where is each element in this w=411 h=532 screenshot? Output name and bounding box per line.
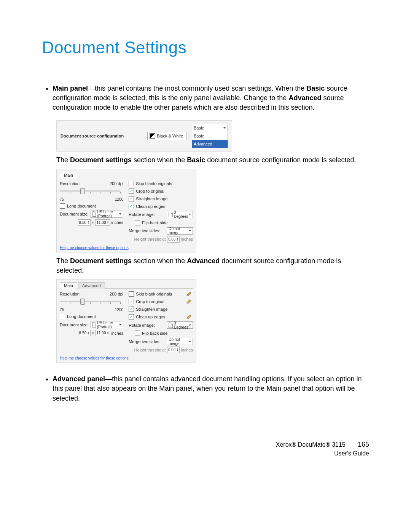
straighten-label: Straighten image — [136, 307, 167, 312]
straighten-label: Straighten image — [136, 197, 167, 201]
resolution-label: Resolution: — [60, 181, 81, 186]
figure-settings-advanced: Main Advanced Resolution: 200 dpi 75 120… — [56, 279, 196, 363]
slider-max: 1200 — [115, 308, 123, 312]
resolution-label: Resolution: — [60, 292, 81, 296]
slider-max: 1200 — [115, 197, 123, 201]
figure-settings-basic: Main Resolution: 200 dpi 75 1200 — [56, 169, 196, 252]
rotate-dropdown[interactable]: 0 Degrees — [167, 211, 193, 218]
rotate-dropdown[interactable]: 0 Degrees — [167, 321, 193, 329]
rotate-label: Rotate image: — [129, 212, 165, 217]
width-spinner[interactable]: 8.50▲▼ — [78, 219, 91, 226]
page-icon — [169, 212, 173, 217]
chevron-down-icon — [189, 214, 191, 215]
units-label: inches — [111, 220, 123, 225]
chevron-down-icon — [189, 341, 191, 342]
flip-checkbox[interactable] — [135, 331, 140, 336]
chevron-down-icon — [189, 230, 191, 232]
chevron-down-icon — [119, 324, 121, 326]
merge-dropdown[interactable]: Do not merge — [167, 227, 193, 235]
mode-option-advanced[interactable]: Advanced — [192, 140, 228, 148]
bullet-lead: Main panel — [53, 85, 88, 92]
height-spinner[interactable]: 11.00▲▼ — [95, 219, 110, 226]
units-label: inches — [111, 331, 123, 335]
document-size-label: Document size: — [60, 323, 89, 327]
page-icon — [92, 322, 96, 328]
bw-text: Black & White — [157, 134, 183, 138]
skip-blank-checkbox[interactable] — [129, 291, 134, 297]
slider-min: 75 — [60, 308, 64, 312]
width-spinner[interactable]: 8.50▲▼ — [78, 330, 91, 336]
document-size-label: Document size: — [60, 212, 89, 216]
footer-page-number: 165 — [354, 440, 369, 449]
long-document-checkbox[interactable] — [60, 203, 65, 209]
page-icon — [169, 323, 173, 328]
caption-basic: The Document settings section when the B… — [56, 155, 369, 165]
chevron-down-icon — [189, 324, 191, 326]
height-threshold-label: Height threshold: — [134, 348, 166, 352]
footer-product: Xerox® DocuMate® 3115 — [276, 441, 346, 448]
crop-checkbox[interactable] — [129, 189, 134, 194]
resolution-value: 200 dpi — [110, 181, 123, 186]
source-config-label: Document source configuration — [61, 134, 142, 138]
skip-blank-checkbox[interactable] — [129, 181, 134, 186]
bw-icon — [150, 133, 155, 139]
long-document-label: Long document — [67, 204, 96, 208]
page-title: Document Settings — [42, 38, 369, 57]
crop-label: Crop to original — [136, 299, 164, 304]
pencil-icon[interactable] — [188, 314, 193, 320]
clean-label: Clean up edges — [136, 315, 165, 319]
mode-option-basic[interactable]: Basic — [192, 132, 228, 140]
height-threshold-spinner: 0.00▲▼ — [167, 347, 180, 353]
straighten-checkbox[interactable] — [129, 196, 134, 201]
mode-dropdown-selected[interactable]: Basic — [192, 124, 228, 132]
resolution-slider[interactable] — [60, 299, 121, 307]
clean-checkbox[interactable] — [129, 314, 134, 320]
help-link[interactable]: Help me choose values for these options — [60, 246, 193, 250]
height-threshold-spinner: 0.00▲▼ — [167, 236, 180, 243]
skip-blank-label: Skip blank originals — [136, 181, 172, 186]
chevron-down-icon — [223, 127, 226, 129]
footer-guide: User's Guide — [276, 449, 369, 458]
tab-main[interactable]: Main — [60, 172, 77, 178]
bullet-advanced-panel: Advanced panel—this panel contains advan… — [53, 374, 369, 403]
bullet-bold3: Advanced — [288, 94, 321, 102]
resolution-slider[interactable] — [60, 188, 121, 197]
document-size-dropdown[interactable]: US Letter (Portrait) — [91, 321, 123, 328]
tab-advanced[interactable]: Advanced — [78, 282, 105, 289]
rotate-label: Rotate image: — [129, 323, 165, 328]
height-threshold-units: inches — [181, 237, 193, 241]
mode-dropdown-value: Basic — [194, 126, 204, 130]
caption-advanced: The Document settings section when the A… — [56, 256, 369, 275]
height-threshold-units: inches — [181, 348, 193, 352]
page-icon — [92, 211, 96, 217]
chevron-down-icon — [119, 213, 121, 215]
resolution-value: 200 dpi — [110, 292, 123, 296]
clean-checkbox[interactable] — [129, 204, 134, 209]
bullet-main-panel: Main panel—this panel contains the most … — [53, 84, 369, 113]
clean-label: Clean up edges — [136, 204, 165, 209]
document-size-dropdown[interactable]: US Letter (Portrait) — [91, 211, 123, 218]
flip-label: Flip back side — [142, 331, 167, 335]
long-document-checkbox[interactable] — [60, 314, 65, 319]
merge-dropdown[interactable]: Do not merge — [167, 338, 193, 345]
merge-label: Merge two sides: — [129, 339, 165, 344]
bullet2-lead: Advanced panel — [53, 375, 105, 383]
mode-dropdown-open[interactable]: Basic Basic Advanced — [192, 124, 228, 148]
skip-blank-label: Skip blank originals — [136, 292, 172, 296]
flip-checkbox[interactable] — [135, 220, 140, 225]
flip-label: Flip back side — [142, 220, 167, 225]
long-document-label: Long document — [67, 314, 96, 319]
straighten-checkbox[interactable] — [129, 307, 134, 312]
page-footer: Xerox® DocuMate® 3115 165 User's Guide — [276, 440, 369, 458]
times-label: × — [92, 220, 94, 225]
pencil-icon[interactable] — [188, 291, 193, 297]
times-label: × — [92, 331, 94, 335]
crop-checkbox[interactable] — [129, 299, 134, 304]
crop-label: Crop to original — [136, 189, 164, 193]
help-link[interactable]: Help me choose values for these options — [60, 356, 193, 360]
slider-min: 75 — [60, 197, 64, 201]
height-spinner[interactable]: 11.00▲▼ — [95, 330, 110, 336]
bullet-text: —this panel contains the most commonly u… — [88, 85, 306, 92]
pencil-icon[interactable] — [188, 299, 193, 304]
tab-main[interactable]: Main — [60, 282, 77, 289]
